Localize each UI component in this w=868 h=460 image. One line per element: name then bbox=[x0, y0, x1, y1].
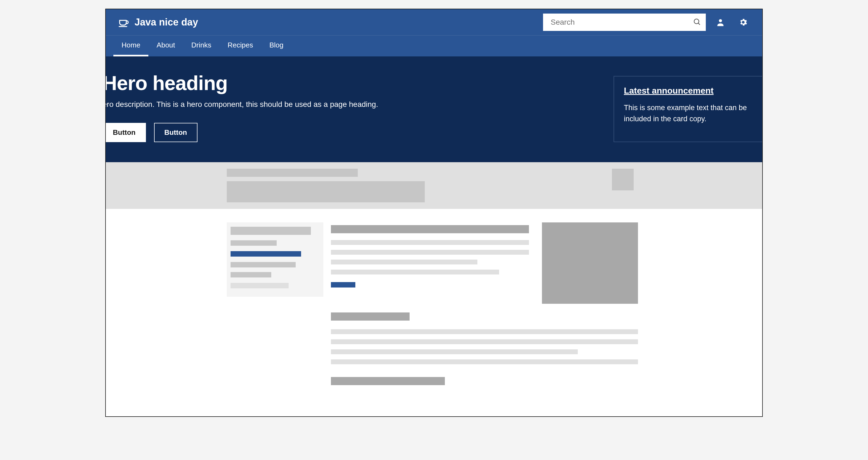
skeleton-bar bbox=[227, 181, 425, 202]
announcement-card[interactable]: Latest announcement This is some example… bbox=[614, 76, 763, 142]
skeleton-bar bbox=[331, 359, 638, 364]
skeleton-bar bbox=[230, 227, 311, 235]
svg-line-2 bbox=[698, 23, 700, 25]
hero-secondary-button[interactable]: Button bbox=[154, 123, 197, 142]
skeleton-bar bbox=[331, 349, 578, 354]
user-icon[interactable] bbox=[712, 14, 728, 30]
hero-description: ero description. This is a hero componen… bbox=[105, 100, 378, 109]
skeleton-bar bbox=[331, 339, 638, 344]
skeleton-bar bbox=[331, 377, 445, 385]
search-input[interactable] bbox=[551, 18, 693, 27]
skeleton-bar bbox=[331, 240, 529, 245]
brand[interactable]: Java nice day bbox=[118, 17, 198, 28]
skeleton-bar bbox=[230, 272, 271, 277]
nav-about[interactable]: About bbox=[148, 35, 183, 56]
hero-buttons: Button Button bbox=[105, 123, 378, 142]
sidebar-skeleton bbox=[227, 222, 323, 297]
nav-blog[interactable]: Blog bbox=[261, 35, 291, 56]
skeleton-bar bbox=[331, 329, 638, 334]
svg-point-1 bbox=[694, 19, 699, 24]
skeleton-bar bbox=[230, 262, 296, 268]
skeleton-square bbox=[612, 169, 633, 190]
brand-title: Java nice day bbox=[134, 17, 198, 28]
search-icon[interactable] bbox=[693, 18, 701, 27]
gear-icon[interactable] bbox=[735, 14, 751, 30]
skeleton-bar bbox=[331, 282, 355, 287]
coffee-cup-icon bbox=[118, 17, 129, 28]
skeleton-bar bbox=[331, 259, 477, 265]
navbar: Home About Drinks Recipes Blog bbox=[106, 35, 762, 56]
announcement-title: Latest announcement bbox=[624, 86, 754, 96]
nav-home[interactable]: Home bbox=[113, 35, 148, 56]
hero-content: Hero heading ero description. This is a … bbox=[105, 71, 394, 142]
skeleton-bar bbox=[331, 270, 499, 274]
skeleton-bar bbox=[331, 250, 529, 255]
content-area bbox=[106, 209, 762, 416]
nav-drinks[interactable]: Drinks bbox=[183, 35, 219, 56]
topbar: Java nice day bbox=[106, 9, 762, 35]
banner-skeleton bbox=[106, 162, 762, 209]
svg-point-3 bbox=[719, 19, 722, 22]
hero-heading: Hero heading bbox=[105, 71, 378, 95]
app-frame: Java nice day Home About Drinks Recipes bbox=[105, 9, 763, 417]
search-box[interactable] bbox=[543, 13, 706, 31]
hero-primary-button[interactable]: Button bbox=[105, 123, 146, 142]
skeleton-bar bbox=[331, 312, 410, 320]
hero: Hero heading ero description. This is a … bbox=[106, 56, 762, 162]
skeleton-bar bbox=[331, 225, 529, 233]
announcement-body: This is some example text that can be in… bbox=[624, 102, 754, 124]
skeleton-bar bbox=[230, 283, 289, 288]
skeleton-image bbox=[542, 222, 638, 304]
skeleton-bar bbox=[230, 251, 301, 256]
skeleton-bar bbox=[230, 240, 277, 246]
nav-recipes[interactable]: Recipes bbox=[219, 35, 261, 56]
skeleton-bar bbox=[227, 169, 358, 177]
